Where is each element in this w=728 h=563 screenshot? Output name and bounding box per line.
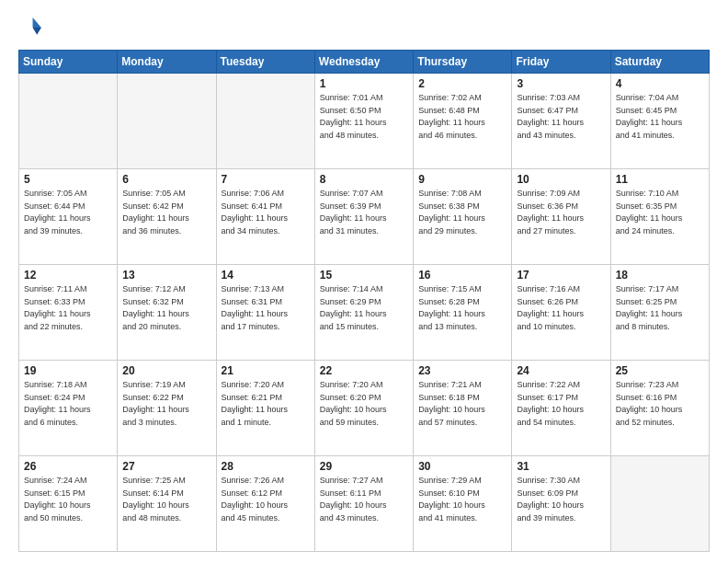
calendar-cell: 19Sunrise: 7:18 AM Sunset: 6:24 PM Dayli…	[19, 361, 118, 456]
week-row-1: 5Sunrise: 7:05 AM Sunset: 6:44 PM Daylig…	[19, 169, 710, 265]
day-info: Sunrise: 7:03 AM Sunset: 6:47 PM Dayligh…	[517, 92, 605, 142]
calendar-cell: 4Sunrise: 7:04 AM Sunset: 6:45 PM Daylig…	[610, 74, 709, 169]
calendar-cell: 28Sunrise: 7:26 AM Sunset: 6:12 PM Dayli…	[216, 456, 314, 552]
day-info: Sunrise: 7:21 AM Sunset: 6:18 PM Dayligh…	[418, 379, 506, 429]
calendar-cell: 27Sunrise: 7:25 AM Sunset: 6:14 PM Dayli…	[118, 456, 216, 552]
calendar-cell: 21Sunrise: 7:20 AM Sunset: 6:21 PM Dayli…	[216, 361, 314, 456]
calendar-cell	[19, 74, 118, 169]
day-number: 21	[222, 364, 310, 377]
day-number: 24	[517, 364, 605, 377]
day-info: Sunrise: 7:13 AM Sunset: 6:31 PM Dayligh…	[222, 283, 310, 333]
logo-icon	[18, 15, 44, 40]
calendar-cell: 1Sunrise: 7:01 AM Sunset: 6:50 PM Daylig…	[314, 74, 413, 169]
calendar-cell	[118, 74, 216, 169]
day-number: 10	[517, 173, 605, 186]
calendar-cell	[216, 74, 314, 169]
week-row-0: 1Sunrise: 7:01 AM Sunset: 6:50 PM Daylig…	[19, 74, 710, 169]
day-number: 26	[24, 460, 112, 473]
svg-marker-0	[33, 17, 41, 28]
day-number: 22	[320, 364, 408, 377]
calendar-cell: 9Sunrise: 7:08 AM Sunset: 6:38 PM Daylig…	[414, 169, 512, 265]
day-number: 18	[616, 269, 704, 282]
day-number: 31	[517, 460, 605, 473]
day-info: Sunrise: 7:14 AM Sunset: 6:29 PM Dayligh…	[320, 283, 408, 333]
calendar-cell: 22Sunrise: 7:20 AM Sunset: 6:20 PM Dayli…	[314, 361, 413, 456]
day-info: Sunrise: 7:24 AM Sunset: 6:15 PM Dayligh…	[24, 475, 112, 524]
day-number: 25	[616, 364, 704, 377]
day-number: 6	[122, 173, 210, 186]
day-info: Sunrise: 7:02 AM Sunset: 6:48 PM Dayligh…	[418, 92, 506, 142]
calendar-cell: 13Sunrise: 7:12 AM Sunset: 6:32 PM Dayli…	[118, 265, 216, 361]
weekday-header-row: SundayMondayTuesdayWednesdayThursdayFrid…	[19, 51, 710, 74]
day-number: 9	[418, 173, 506, 186]
day-info: Sunrise: 7:19 AM Sunset: 6:22 PM Dayligh…	[122, 379, 210, 429]
calendar-cell: 20Sunrise: 7:19 AM Sunset: 6:22 PM Dayli…	[118, 361, 216, 456]
day-info: Sunrise: 7:12 AM Sunset: 6:32 PM Dayligh…	[122, 283, 210, 333]
calendar-cell: 17Sunrise: 7:16 AM Sunset: 6:26 PM Dayli…	[512, 265, 610, 361]
day-number: 27	[122, 460, 210, 473]
logo	[18, 15, 48, 40]
calendar-cell: 10Sunrise: 7:09 AM Sunset: 6:36 PM Dayli…	[512, 169, 610, 265]
day-number: 20	[122, 364, 210, 377]
week-row-3: 19Sunrise: 7:18 AM Sunset: 6:24 PM Dayli…	[19, 361, 710, 456]
calendar-cell: 2Sunrise: 7:02 AM Sunset: 6:48 PM Daylig…	[414, 74, 512, 169]
day-number: 4	[616, 77, 704, 90]
day-number: 2	[418, 77, 506, 90]
calendar-cell: 11Sunrise: 7:10 AM Sunset: 6:35 PM Dayli…	[610, 169, 709, 265]
day-number: 14	[222, 269, 310, 282]
day-info: Sunrise: 7:27 AM Sunset: 6:11 PM Dayligh…	[320, 475, 408, 524]
day-number: 19	[24, 364, 112, 377]
day-info: Sunrise: 7:01 AM Sunset: 6:50 PM Dayligh…	[320, 92, 408, 142]
day-number: 5	[24, 173, 112, 186]
calendar: SundayMondayTuesdayWednesdayThursdayFrid…	[18, 50, 710, 552]
page: SundayMondayTuesdayWednesdayThursdayFrid…	[0, 0, 728, 563]
calendar-cell: 14Sunrise: 7:13 AM Sunset: 6:31 PM Dayli…	[216, 265, 314, 361]
day-number: 12	[24, 269, 112, 282]
day-number: 7	[222, 173, 310, 186]
day-info: Sunrise: 7:09 AM Sunset: 6:36 PM Dayligh…	[517, 188, 605, 237]
calendar-cell: 29Sunrise: 7:27 AM Sunset: 6:11 PM Dayli…	[314, 456, 413, 552]
calendar-cell: 25Sunrise: 7:23 AM Sunset: 6:16 PM Dayli…	[610, 361, 709, 456]
day-info: Sunrise: 7:08 AM Sunset: 6:38 PM Dayligh…	[418, 188, 506, 237]
day-info: Sunrise: 7:07 AM Sunset: 6:39 PM Dayligh…	[320, 188, 408, 237]
calendar-cell: 5Sunrise: 7:05 AM Sunset: 6:44 PM Daylig…	[19, 169, 118, 265]
day-info: Sunrise: 7:05 AM Sunset: 6:44 PM Dayligh…	[24, 188, 112, 237]
day-number: 3	[517, 77, 605, 90]
day-number: 17	[517, 269, 605, 282]
weekday-header-friday: Friday	[512, 51, 610, 74]
day-info: Sunrise: 7:04 AM Sunset: 6:45 PM Dayligh…	[616, 92, 704, 142]
day-number: 30	[418, 460, 506, 473]
day-info: Sunrise: 7:25 AM Sunset: 6:14 PM Dayligh…	[122, 475, 210, 524]
calendar-cell: 3Sunrise: 7:03 AM Sunset: 6:47 PM Daylig…	[512, 74, 610, 169]
day-info: Sunrise: 7:20 AM Sunset: 6:20 PM Dayligh…	[320, 379, 408, 429]
day-info: Sunrise: 7:15 AM Sunset: 6:28 PM Dayligh…	[418, 283, 506, 333]
day-number: 28	[222, 460, 310, 473]
day-info: Sunrise: 7:26 AM Sunset: 6:12 PM Dayligh…	[222, 475, 310, 524]
weekday-header-tuesday: Tuesday	[216, 51, 314, 74]
calendar-cell: 24Sunrise: 7:22 AM Sunset: 6:17 PM Dayli…	[512, 361, 610, 456]
day-info: Sunrise: 7:22 AM Sunset: 6:17 PM Dayligh…	[517, 379, 605, 429]
calendar-cell	[610, 456, 709, 552]
day-number: 16	[418, 269, 506, 282]
day-info: Sunrise: 7:17 AM Sunset: 6:25 PM Dayligh…	[616, 283, 704, 333]
day-info: Sunrise: 7:11 AM Sunset: 6:33 PM Dayligh…	[24, 283, 112, 333]
header	[18, 15, 710, 40]
day-number: 23	[418, 364, 506, 377]
calendar-cell: 12Sunrise: 7:11 AM Sunset: 6:33 PM Dayli…	[19, 265, 118, 361]
week-row-4: 26Sunrise: 7:24 AM Sunset: 6:15 PM Dayli…	[19, 456, 710, 552]
calendar-cell: 8Sunrise: 7:07 AM Sunset: 6:39 PM Daylig…	[314, 169, 413, 265]
svg-marker-1	[33, 28, 41, 35]
calendar-cell: 6Sunrise: 7:05 AM Sunset: 6:42 PM Daylig…	[118, 169, 216, 265]
weekday-header-thursday: Thursday	[414, 51, 512, 74]
weekday-header-wednesday: Wednesday	[314, 51, 413, 74]
day-number: 1	[320, 77, 408, 90]
day-number: 13	[122, 269, 210, 282]
week-row-2: 12Sunrise: 7:11 AM Sunset: 6:33 PM Dayli…	[19, 265, 710, 361]
day-number: 8	[320, 173, 408, 186]
day-info: Sunrise: 7:30 AM Sunset: 6:09 PM Dayligh…	[517, 475, 605, 524]
weekday-header-saturday: Saturday	[610, 51, 709, 74]
day-info: Sunrise: 7:06 AM Sunset: 6:41 PM Dayligh…	[222, 188, 310, 237]
calendar-cell: 16Sunrise: 7:15 AM Sunset: 6:28 PM Dayli…	[414, 265, 512, 361]
calendar-cell: 26Sunrise: 7:24 AM Sunset: 6:15 PM Dayli…	[19, 456, 118, 552]
calendar-cell: 7Sunrise: 7:06 AM Sunset: 6:41 PM Daylig…	[216, 169, 314, 265]
